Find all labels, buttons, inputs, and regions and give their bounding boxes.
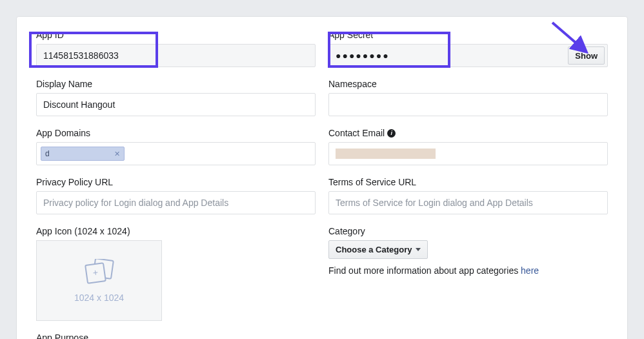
category-help-text: Find out more information about app cate… [328,265,608,276]
privacy-policy-input[interactable] [36,191,316,214]
show-button[interactable]: Show [568,46,605,65]
category-help-link[interactable]: here [521,265,539,276]
contact-email-input[interactable] [328,142,608,165]
display-name-input[interactable] [36,93,316,116]
category-dropdown[interactable]: Choose a Category [328,240,428,259]
app-domains-label: App Domains [36,128,316,138]
contact-email-label: Contact Email i [328,128,608,138]
upload-icon: + [83,259,116,286]
close-icon[interactable]: ✕ [114,150,120,158]
chevron-down-icon [416,248,421,251]
category-label: Category [328,226,608,236]
app-icon-label: App Icon (1024 x 1024) [36,226,316,236]
app-id-label: App ID [36,30,316,40]
tos-label: Terms of Service URL [328,177,608,187]
settings-panel: App ID 114581531886033 App Secret ●●●●●●… [16,16,628,339]
redacted-email [336,149,436,159]
app-domains-input[interactable]: d ✕ [36,142,316,165]
app-purpose-label: App Purpose [36,333,608,339]
privacy-policy-label: Privacy Policy URL [36,177,316,187]
namespace-label: Namespace [328,79,608,89]
domain-token[interactable]: d ✕ [41,147,125,161]
secret-dots: ●●●●●●●● [336,50,390,61]
app-secret-label: App Secret [328,30,608,40]
app-icon-upload[interactable]: + 1024 x 1024 [36,240,162,321]
tos-input[interactable] [328,191,608,214]
icon-size-text: 1024 x 1024 [74,293,124,303]
namespace-input[interactable] [328,93,608,116]
info-icon[interactable]: i [387,129,396,138]
app-secret-value: ●●●●●●●● Show [328,44,608,67]
app-id-value[interactable]: 114581531886033 [36,44,316,67]
display-name-label: Display Name [36,79,316,89]
